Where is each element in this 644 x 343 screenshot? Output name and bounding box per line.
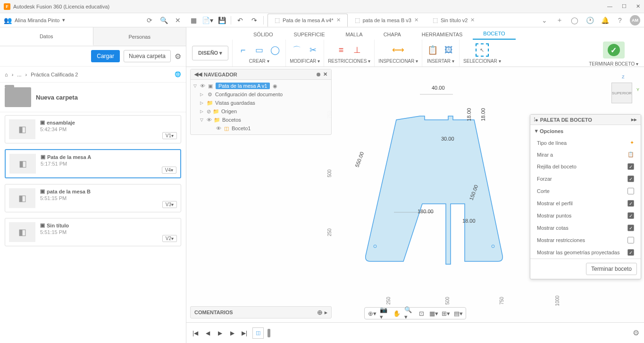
- tab-sketch[interactable]: BOCETO: [473, 28, 515, 40]
- gear-icon[interactable]: ⚙: [175, 52, 181, 61]
- checkbox[interactable]: ✓: [627, 176, 634, 182]
- fillet-icon[interactable]: ⌒: [290, 43, 303, 57]
- version-badge[interactable]: V2▾: [162, 235, 177, 242]
- doc-tab-2[interactable]: ⬚pata de la mesa B v3✕: [348, 14, 426, 27]
- save-icon[interactable]: 💾: [215, 14, 229, 27]
- image-icon[interactable]: 🖼: [442, 43, 455, 57]
- display-icon[interactable]: ▦▾: [429, 309, 438, 318]
- select-icon[interactable]: ↖: [476, 43, 489, 57]
- globe-icon[interactable]: 🌐: [175, 71, 181, 77]
- finish-sketch-button[interactable]: Terminar boceto: [586, 263, 637, 275]
- tl-end-icon[interactable]: ▶|: [240, 329, 249, 337]
- people-tab[interactable]: Personas: [93, 27, 186, 46]
- refresh-icon[interactable]: ⟳: [145, 16, 154, 25]
- look-icon[interactable]: 📷▾: [380, 309, 389, 318]
- close-button[interactable]: ✕: [636, 3, 640, 9]
- palette-row[interactable]: Mostrar restricciones: [530, 234, 641, 246]
- dimension[interactable]: 30.00: [441, 136, 454, 142]
- palette-row[interactable]: Mostrar cotas✓: [530, 222, 641, 234]
- palette-section[interactable]: ▾Opciones: [530, 125, 641, 137]
- palette-row[interactable]: Mostrar las geometrías proyectadas✓: [530, 246, 641, 259]
- tree-root[interactable]: ▽👁▣ Pata de la mesa A v1 ◉: [191, 82, 331, 90]
- palette-row[interactable]: Rejilla del boceto✓: [530, 160, 641, 173]
- redo-icon[interactable]: ↷: [247, 14, 261, 27]
- comments-panel[interactable]: COMENTARIOS ⊕ ▸: [190, 306, 332, 318]
- file-icon[interactable]: 📄▾: [201, 14, 215, 27]
- close-tab-icon[interactable]: ✕: [336, 17, 341, 23]
- dot-icon[interactable]: [317, 73, 320, 76]
- viewcube[interactable]: Z Y SUPERIOR: [609, 80, 635, 106]
- doc-tab-3[interactable]: ⬚Sin título v2✕: [426, 14, 482, 27]
- orbit-icon[interactable]: ⊕▾: [368, 309, 377, 318]
- checkbox[interactable]: ✓: [627, 212, 634, 219]
- tree-doc-config[interactable]: ▷⚙Configuración del documento: [191, 90, 331, 99]
- expand-icon[interactable]: ▸: [325, 310, 327, 316]
- expand-icon[interactable]: ▸▸: [631, 117, 637, 123]
- design-item[interactable]: ◧ ▣Sin título 5:51:15 PM V2▾: [5, 218, 181, 246]
- avatar[interactable]: AM: [630, 15, 640, 25]
- upload-button[interactable]: Cargar: [91, 50, 120, 62]
- horizontal-icon[interactable]: ≡: [335, 43, 348, 57]
- minimize-button[interactable]: —: [607, 3, 612, 9]
- sketch-palette[interactable]: ⦙ ● PALETA DE BOCETO ▸▸ ▾Opciones Tipo d…: [530, 114, 641, 279]
- help-icon[interactable]: ?: [615, 15, 625, 25]
- maximize-button[interactable]: ☐: [622, 3, 627, 9]
- timeline-sketch-step[interactable]: ◫: [252, 327, 264, 339]
- palette-row[interactable]: Corte: [530, 185, 641, 197]
- tab-tools[interactable]: HERRAMIENTAS: [411, 29, 473, 40]
- undo-icon[interactable]: ↶: [233, 14, 247, 27]
- checkbox[interactable]: ✓: [627, 163, 634, 170]
- tree-sketches[interactable]: ▽👁📁Bocetos: [191, 116, 331, 124]
- palette-row[interactable]: Forzar✓: [530, 173, 641, 185]
- new-tab-icon[interactable]: ＋: [554, 15, 565, 25]
- finish-sketch-button[interactable]: ✓: [603, 42, 625, 59]
- option-icon[interactable]: 📋: [627, 151, 634, 158]
- palette-row[interactable]: Tipo de línea✦: [530, 137, 641, 149]
- design-item[interactable]: ◧ ▣pata de la mesa B 5:51:15 PM V3▾: [5, 184, 181, 212]
- tab-surface[interactable]: SUPERFICIE: [284, 29, 335, 40]
- design-dropdown[interactable]: DISEÑO ▾: [192, 46, 228, 60]
- tab-mesh[interactable]: MALLA: [335, 29, 373, 40]
- canvas-area[interactable]: 40.00 18.00 18.00 30.00 550.00 180.00 15…: [186, 67, 644, 343]
- vertical-icon[interactable]: ⊥: [351, 43, 364, 57]
- palette-row[interactable]: Mirar a📋: [530, 149, 641, 160]
- design-item[interactable]: ◧ ▣Pata de la mesa A 5:17:51 PM V4▾: [5, 149, 181, 178]
- tree-sketch1[interactable]: 👁◫Boceto1: [191, 124, 331, 133]
- tl-fwd-icon[interactable]: ▶: [228, 329, 236, 337]
- add-icon[interactable]: ⊕: [317, 309, 323, 316]
- tab-solid[interactable]: SÓLIDO: [243, 29, 284, 40]
- gear-icon[interactable]: ⚙: [633, 328, 639, 337]
- group-insert[interactable]: INSERTAR ▾: [427, 59, 454, 64]
- close-icon[interactable]: ✕: [323, 71, 327, 77]
- tl-play-icon[interactable]: ▶: [216, 329, 224, 337]
- dimension[interactable]: 18.00: [462, 218, 476, 224]
- folder-row[interactable]: Nueva carpeta: [0, 83, 186, 112]
- chevron-down-icon[interactable]: ⌄: [539, 15, 550, 25]
- palette-row[interactable]: Mostrar puntos✓: [530, 209, 641, 222]
- group-select[interactable]: SELECCIONAR ▾: [463, 59, 501, 64]
- group-modify[interactable]: MODIFICAR ▾: [290, 59, 320, 64]
- zoom-icon[interactable]: 🔍▾: [404, 309, 414, 318]
- checkbox[interactable]: ✓: [627, 249, 634, 256]
- viewport-icon[interactable]: ▤▾: [453, 309, 463, 318]
- version-badge[interactable]: V4▾: [162, 167, 176, 174]
- design-item[interactable]: ◧ ▣ensamblaje 5:42:34 PM V1▾: [5, 115, 181, 143]
- sketch-geometry[interactable]: [342, 86, 540, 284]
- search-icon[interactable]: 🔍: [159, 16, 168, 25]
- pan-icon[interactable]: ✋: [392, 309, 401, 318]
- dimension[interactable]: 18.00: [480, 108, 486, 121]
- breadcrumb[interactable]: ⌂ › ... › Práctica Calificada 2 🌐: [0, 67, 186, 83]
- data-tab[interactable]: Datos: [0, 27, 93, 46]
- viewcube-face[interactable]: SUPERIOR: [611, 83, 632, 103]
- tl-start-icon[interactable]: |◀: [191, 329, 200, 337]
- option-icon[interactable]: ✦: [630, 140, 634, 146]
- measure-icon[interactable]: ⟷: [392, 43, 405, 57]
- checkbox[interactable]: [627, 188, 634, 194]
- tree-origin[interactable]: ▷⊘📁Origen: [191, 107, 331, 116]
- fit-icon[interactable]: ⊡: [417, 309, 426, 318]
- tab-sheetmetal[interactable]: CHAPA: [373, 29, 411, 40]
- new-folder-button[interactable]: Nueva carpeta: [124, 50, 171, 62]
- group-constraints[interactable]: RESTRICCIONES ▾: [328, 59, 370, 64]
- rectangle-icon[interactable]: ▭: [252, 43, 266, 57]
- checkbox[interactable]: ✓: [627, 225, 634, 231]
